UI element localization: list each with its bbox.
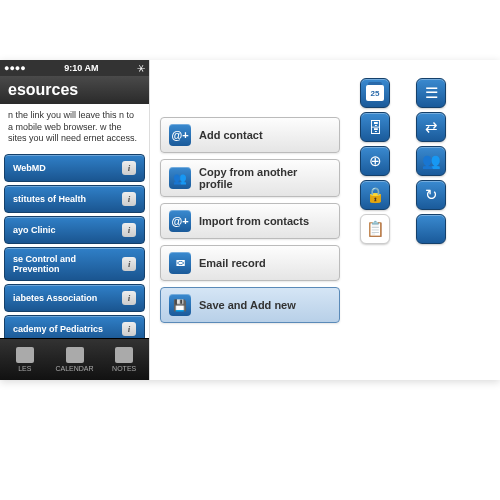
resource-label: ayo Clinic <box>13 225 56 235</box>
info-icon[interactable]: i <box>122 161 136 175</box>
button-label: Add contact <box>199 129 263 141</box>
page-description: n the link you will leave this n to a mo… <box>0 104 149 151</box>
info-icon[interactable]: i <box>122 192 136 206</box>
resource-label: stitutes of Health <box>13 194 86 204</box>
import-contacts-button[interactable]: @+ Import from contacts <box>160 203 340 239</box>
resource-item-nih[interactable]: stitutes of Health i <box>4 185 145 213</box>
transfer-icon: ⇄ <box>416 112 446 142</box>
resource-label: cademy of Pediatrics <box>13 324 103 334</box>
save-icon: 💾 <box>169 294 191 316</box>
tab-label: NOTES <box>112 365 136 372</box>
resource-label: se Control and Prevention <box>13 254 122 274</box>
tab-calendar[interactable]: CALENDAR <box>50 339 100 380</box>
tab-notes[interactable]: NOTES <box>99 339 149 380</box>
button-label: Save and Add new <box>199 299 296 311</box>
resource-label: iabetes Association <box>13 293 97 303</box>
people-icon: 👥 <box>416 146 446 176</box>
copy-profile-button[interactable]: 👥 Copy from another profile <box>160 159 340 197</box>
resource-label: WebMD <box>13 163 46 173</box>
tab-label: CALENDAR <box>55 365 93 372</box>
resource-item-diabetes[interactable]: iabetes Association i <box>4 284 145 312</box>
button-label: Email record <box>199 257 266 269</box>
save-add-new-button[interactable]: 💾 Save and Add new <box>160 287 340 323</box>
phone-screen: ●●●● 9:10 AM ⚹ esources n the link you w… <box>0 60 150 380</box>
resource-item-webmd[interactable]: WebMD i <box>4 154 145 182</box>
blank-icon <box>416 214 446 244</box>
at-plus-icon: @+ <box>169 124 191 146</box>
medical-bag-icon: ⊕ <box>360 146 390 176</box>
tab-label: LES <box>18 365 31 372</box>
tab-files[interactable]: LES <box>0 339 50 380</box>
status-time: 9:10 AM <box>64 63 98 73</box>
lock-icon: 🔒 <box>360 180 390 210</box>
page-title: esources <box>0 76 149 104</box>
add-contact-button[interactable]: @+ Add contact <box>160 117 340 153</box>
files-icon <box>16 347 34 363</box>
people-icon: 👥 <box>169 167 191 189</box>
app-mockup: ●●●● 9:10 AM ⚹ esources n the link you w… <box>0 60 500 380</box>
notes-icon <box>115 347 133 363</box>
clipboard-icon: 📋 <box>360 214 390 244</box>
tab-bar: LES CALENDAR NOTES <box>0 338 149 380</box>
signal-icon: ●●●● <box>4 63 26 73</box>
icon-palette: 25 ☰ 🗄 ⇄ ⊕ 👥 🔒 ↻ 📋 <box>350 60 500 380</box>
at-plus-icon: @+ <box>169 210 191 232</box>
status-bar: ●●●● 9:10 AM ⚹ <box>0 60 149 76</box>
button-label: Copy from another profile <box>199 166 331 190</box>
resource-list: WebMD i stitutes of Health i ayo Clinic … <box>0 154 149 343</box>
envelope-icon: ✉ <box>169 252 191 274</box>
info-icon[interactable]: i <box>122 291 136 305</box>
info-icon[interactable]: i <box>122 322 136 336</box>
info-icon[interactable]: i <box>122 257 136 271</box>
refresh-icon: ↻ <box>416 180 446 210</box>
info-icon[interactable]: i <box>122 223 136 237</box>
cabinet-icon: 🗄 <box>360 112 390 142</box>
resource-item-mayo[interactable]: ayo Clinic i <box>4 216 145 244</box>
resource-item-cdc[interactable]: se Control and Prevention i <box>4 247 145 281</box>
button-label: Import from contacts <box>199 215 309 227</box>
bluetooth-icon: ⚹ <box>137 62 145 74</box>
email-record-button[interactable]: ✉ Email record <box>160 245 340 281</box>
list-icon: ☰ <box>416 78 446 108</box>
calendar-icon: 25 <box>360 78 390 108</box>
calendar-icon <box>66 347 84 363</box>
action-buttons: @+ Add contact 👥 Copy from another profi… <box>150 60 350 380</box>
